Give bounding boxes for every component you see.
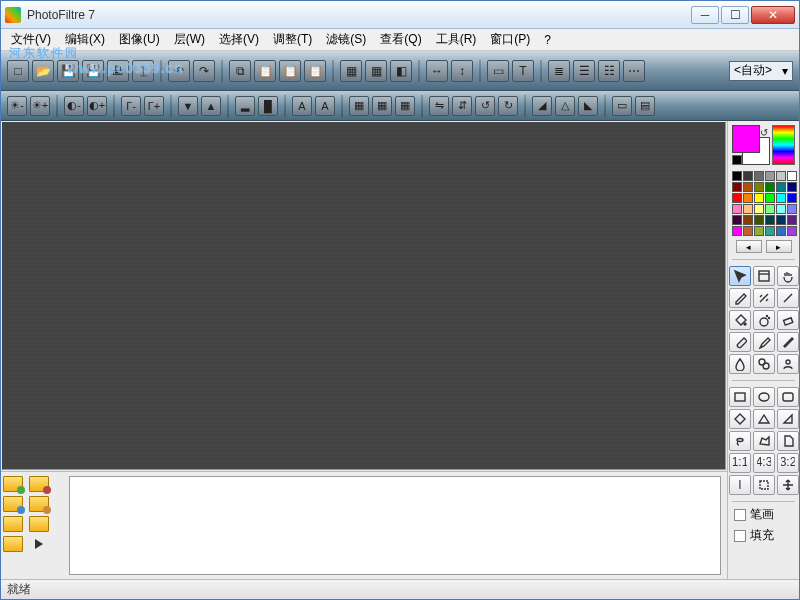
- layer-new-icon[interactable]: [3, 476, 23, 492]
- palette-color[interactable]: [776, 204, 786, 214]
- grid1-button[interactable]: ▦: [349, 96, 369, 116]
- palette-color[interactable]: [754, 193, 764, 203]
- grid2-button[interactable]: ▦: [372, 96, 392, 116]
- triangle-tool[interactable]: [753, 409, 775, 429]
- palette-color[interactable]: [776, 215, 786, 225]
- bright-dn-button[interactable]: ☀-: [7, 96, 27, 116]
- hist-dn-button[interactable]: ▂: [235, 96, 255, 116]
- auto-l-button[interactable]: A: [292, 96, 312, 116]
- layer-merge-icon[interactable]: [3, 516, 23, 532]
- palette-color[interactable]: [754, 204, 764, 214]
- rot-r-button[interactable]: ↻: [498, 96, 518, 116]
- palette-color[interactable]: [732, 171, 742, 181]
- eyedropper-tool[interactable]: [729, 288, 751, 308]
- adv-brush-tool[interactable]: [753, 332, 775, 352]
- gamma-dn-button[interactable]: Γ-: [121, 96, 141, 116]
- gray3-button[interactable]: ◣: [578, 96, 598, 116]
- wand-tool[interactable]: [753, 288, 775, 308]
- palette-color[interactable]: [776, 182, 786, 192]
- palette-color[interactable]: [787, 193, 797, 203]
- menu-3[interactable]: 层(W): [168, 29, 211, 50]
- palette-color[interactable]: [743, 193, 753, 203]
- maximize-button[interactable]: ☐: [721, 6, 749, 24]
- palette-color[interactable]: [732, 182, 742, 192]
- lasso-tool[interactable]: [729, 431, 751, 451]
- fill-checkbox[interactable]: 填充: [728, 525, 799, 546]
- menu-8[interactable]: 工具(R): [430, 29, 483, 50]
- line-tool[interactable]: [777, 288, 799, 308]
- menu-9[interactable]: 窗口(P): [484, 29, 536, 50]
- scan-button[interactable]: ⌶: [132, 60, 154, 82]
- palette-color[interactable]: [754, 182, 764, 192]
- menu-6[interactable]: 滤镜(S): [320, 29, 372, 50]
- palette-next-button[interactable]: ▸: [766, 240, 792, 253]
- portrait-tool[interactable]: [777, 354, 799, 374]
- palette-color[interactable]: [776, 193, 786, 203]
- menu-5[interactable]: 调整(T): [267, 29, 318, 50]
- fit-w-button[interactable]: ↔: [426, 60, 448, 82]
- rgb-button[interactable]: ▦: [340, 60, 362, 82]
- minimize-button[interactable]: ─: [691, 6, 719, 24]
- layer-del-icon[interactable]: [29, 516, 49, 532]
- copy-button[interactable]: ⧉: [229, 60, 251, 82]
- opts-button[interactable]: ☰: [573, 60, 595, 82]
- palette-color[interactable]: [787, 204, 797, 214]
- paste-button[interactable]: 📋: [254, 60, 276, 82]
- canvas-workspace[interactable]: [2, 122, 726, 470]
- palette-color[interactable]: [787, 226, 797, 236]
- play-icon[interactable]: [35, 539, 43, 549]
- rect-tool[interactable]: [729, 387, 751, 407]
- palette-color[interactable]: [754, 215, 764, 225]
- paste-new-button[interactable]: 📋: [279, 60, 301, 82]
- open-button[interactable]: 📂: [32, 60, 54, 82]
- flip-v-button[interactable]: ⇵: [452, 96, 472, 116]
- palette-color[interactable]: [765, 204, 775, 214]
- palette-color[interactable]: [776, 171, 786, 181]
- blur-tool[interactable]: [729, 354, 751, 374]
- gray1-button[interactable]: ◢: [532, 96, 552, 116]
- diamond-tool[interactable]: [729, 409, 751, 429]
- rgba-button[interactable]: ▦: [365, 60, 387, 82]
- contrast-up-button[interactable]: ◐+: [87, 96, 107, 116]
- auto-c-button[interactable]: A: [315, 96, 335, 116]
- hist-up-button[interactable]: █: [258, 96, 278, 116]
- page-tool[interactable]: [777, 431, 799, 451]
- color-swatches[interactable]: ↺: [732, 125, 770, 165]
- fit-h-button[interactable]: ↕: [451, 60, 473, 82]
- move-sel-tool[interactable]: [777, 475, 799, 495]
- opts2-button[interactable]: ☷: [598, 60, 620, 82]
- paste-layer-button[interactable]: 📋: [304, 60, 326, 82]
- poly-tool[interactable]: [753, 431, 775, 451]
- palette-color[interactable]: [732, 215, 742, 225]
- crop-sel-tool[interactable]: [753, 475, 775, 495]
- print-button[interactable]: 🖶: [107, 60, 129, 82]
- layers-strip[interactable]: [69, 476, 721, 575]
- default-colors-icon[interactable]: [732, 155, 742, 165]
- spray-tool[interactable]: [753, 310, 775, 330]
- stroke-checkbox[interactable]: 笔画: [728, 504, 799, 525]
- ratio-11-tool[interactable]: 1:1: [729, 453, 751, 473]
- palette-color[interactable]: [787, 171, 797, 181]
- palette-color[interactable]: [732, 204, 742, 214]
- palette-color[interactable]: [743, 204, 753, 214]
- palette-color[interactable]: [765, 182, 775, 192]
- fx2-button[interactable]: ▤: [635, 96, 655, 116]
- foreground-color[interactable]: [732, 125, 760, 153]
- palette-color[interactable]: [765, 215, 775, 225]
- zoom-combo[interactable]: <自动>▾: [729, 61, 793, 81]
- ellipse-tool[interactable]: [753, 387, 775, 407]
- fx1-button[interactable]: ▭: [612, 96, 632, 116]
- clone-tool[interactable]: [753, 354, 775, 374]
- menu-4[interactable]: 选择(V): [213, 29, 265, 50]
- palette-color[interactable]: [787, 215, 797, 225]
- close-button[interactable]: ✕: [751, 6, 795, 24]
- rounded-tool[interactable]: [777, 387, 799, 407]
- bright-up-button[interactable]: ☀+: [30, 96, 50, 116]
- palette-color[interactable]: [787, 182, 797, 192]
- ratio-43-tool[interactable]: 4:3: [753, 453, 775, 473]
- menu-2[interactable]: 图像(U): [113, 29, 166, 50]
- palette-color[interactable]: [765, 193, 775, 203]
- new-button[interactable]: □: [7, 60, 29, 82]
- palette-color[interactable]: [776, 226, 786, 236]
- pencil-tool[interactable]: [777, 332, 799, 352]
